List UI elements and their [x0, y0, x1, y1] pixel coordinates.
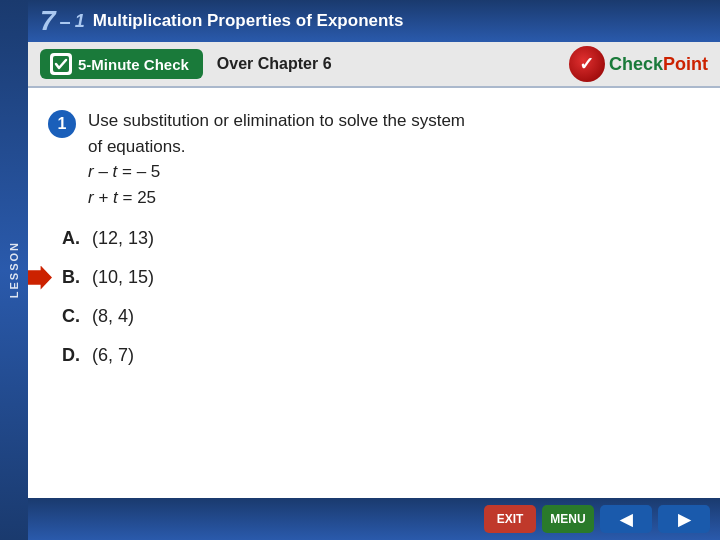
checkpoint-text: CheckPoint [609, 54, 708, 75]
question-eq1: r – t = – 5 [88, 162, 160, 181]
five-minute-check-badge: 5-Minute Check [40, 49, 203, 79]
checkpoint-circle-icon: ✓ [569, 46, 605, 82]
answer-arrow-b [28, 266, 52, 290]
answer-row-d[interactable]: D. (6, 7) [62, 345, 690, 366]
answer-letter-d: D. [62, 345, 92, 366]
answer-value-c: (8, 4) [92, 306, 134, 327]
answer-value-d: (6, 7) [92, 345, 134, 366]
answer-letter-b: B. [62, 267, 92, 288]
next-button[interactable]: ▶ [658, 505, 710, 533]
five-minute-check-label: 5-Minute Check [78, 56, 189, 73]
menu-button[interactable]: MENU [542, 505, 594, 533]
exit-button[interactable]: EXIT [484, 505, 536, 533]
answer-row-a[interactable]: A. (12, 13) [62, 228, 690, 249]
check-badge-icon [50, 53, 72, 75]
main-content: 1 Use substitution or elimination to sol… [28, 88, 720, 498]
answer-letter-c: C. [62, 306, 92, 327]
over-chapter-label: Over Chapter 6 [217, 55, 569, 73]
lesson-title: Multiplication Properties of Exponents [93, 11, 404, 31]
question-line2: of equations. [88, 137, 185, 156]
question-number-badge: 1 [48, 110, 76, 138]
answers-section: A. (12, 13) B. (10, 15) C. (8, 4) D. (6,… [48, 228, 690, 366]
lesson-label: LESSON [8, 241, 20, 298]
answer-value-a: (12, 13) [92, 228, 154, 249]
question-line1: Use substitution or elimination to solve… [88, 111, 465, 130]
checkpoint-brand: Point [663, 54, 708, 74]
checkpoint-prefix: Check [609, 54, 663, 74]
question-eq2: r + t = 25 [88, 188, 156, 207]
answer-row-c[interactable]: C. (8, 4) [62, 306, 690, 327]
top-header: 7 – 1 Multiplication Properties of Expon… [28, 0, 720, 42]
question-text: Use substitution or elimination to solve… [88, 108, 465, 210]
lesson-sub: 1 [75, 11, 85, 32]
lesson-number: 7 [40, 5, 56, 37]
question-section: 1 Use substitution or elimination to sol… [48, 108, 690, 210]
check-bar: 5-Minute Check Over Chapter 6 ✓ CheckPoi… [28, 42, 720, 88]
lesson-dash: – [60, 10, 71, 33]
checkpoint-logo: ✓ CheckPoint [569, 46, 708, 82]
answer-letter-a: A. [62, 228, 92, 249]
prev-button[interactable]: ◀ [600, 505, 652, 533]
bottom-nav-bar: EXIT MENU ◀ ▶ [28, 498, 720, 540]
left-strip: LESSON [0, 0, 28, 540]
answer-value-b: (10, 15) [92, 267, 154, 288]
answer-row-b[interactable]: B. (10, 15) [62, 267, 690, 288]
